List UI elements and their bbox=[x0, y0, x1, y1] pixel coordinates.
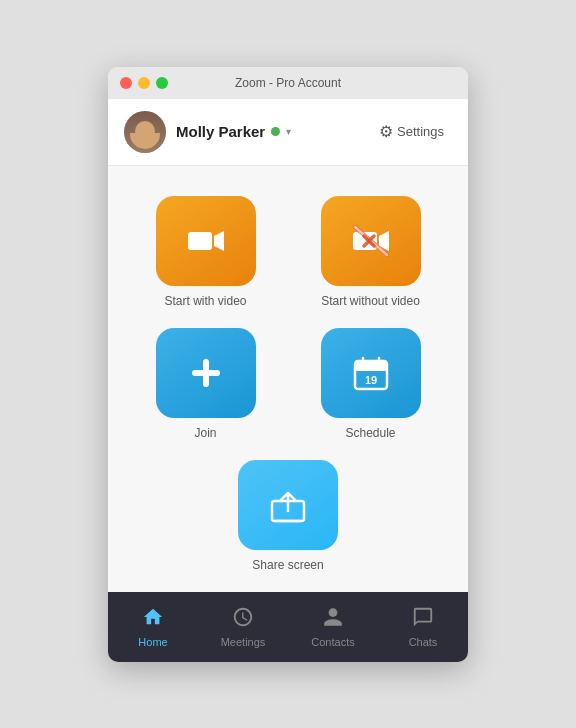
start-no-video-button[interactable] bbox=[321, 196, 421, 286]
avatar bbox=[124, 111, 166, 153]
user-name-row: Molly Parker ▾ bbox=[176, 123, 291, 140]
chat-icon bbox=[412, 606, 434, 632]
settings-label: Settings bbox=[397, 124, 444, 139]
tab-bar: Home Meetings Contacts bbox=[108, 592, 468, 662]
clock-icon bbox=[232, 606, 254, 632]
tab-contacts-label: Contacts bbox=[311, 636, 354, 648]
window-title: Zoom - Pro Account bbox=[235, 76, 341, 90]
header: Molly Parker ▾ ⚙ Settings bbox=[108, 99, 468, 166]
tab-meetings[interactable]: Meetings bbox=[198, 592, 288, 662]
svg-rect-0 bbox=[188, 232, 212, 250]
start-no-video-label: Start without video bbox=[321, 294, 420, 308]
join-label: Join bbox=[194, 426, 216, 440]
video-camera-off-icon bbox=[349, 219, 393, 263]
svg-rect-11 bbox=[355, 361, 387, 371]
user-info: Molly Parker ▾ bbox=[124, 111, 291, 153]
window-controls bbox=[120, 77, 168, 89]
share-screen-row: Share screen bbox=[138, 460, 438, 572]
tab-meetings-label: Meetings bbox=[221, 636, 266, 648]
gear-icon: ⚙ bbox=[379, 122, 393, 141]
close-button[interactable] bbox=[120, 77, 132, 89]
share-screen-icon bbox=[266, 483, 310, 527]
tab-home[interactable]: Home bbox=[108, 592, 198, 662]
home-icon bbox=[142, 606, 164, 632]
title-bar: Zoom - Pro Account bbox=[108, 67, 468, 99]
calendar-icon: 19 bbox=[349, 351, 393, 395]
join-item: Join bbox=[138, 328, 273, 440]
tab-home-label: Home bbox=[138, 636, 167, 648]
plus-icon bbox=[184, 351, 228, 395]
action-grid: Start with video Start without video bbox=[138, 196, 438, 440]
schedule-item: 19 Schedule bbox=[303, 328, 438, 440]
share-screen-label: Share screen bbox=[252, 558, 323, 572]
video-camera-icon bbox=[184, 219, 228, 263]
minimize-button[interactable] bbox=[138, 77, 150, 89]
tab-chats-label: Chats bbox=[409, 636, 438, 648]
person-icon bbox=[322, 606, 344, 632]
share-screen-item: Share screen bbox=[238, 460, 338, 572]
svg-rect-9 bbox=[192, 370, 220, 376]
share-screen-button[interactable] bbox=[238, 460, 338, 550]
dropdown-arrow-icon[interactable]: ▾ bbox=[286, 126, 291, 137]
user-name: Molly Parker bbox=[176, 123, 265, 140]
app-window: Zoom - Pro Account Molly Parker ▾ ⚙ Sett… bbox=[108, 67, 468, 662]
svg-marker-1 bbox=[214, 231, 224, 251]
start-no-video-item: Start without video bbox=[303, 196, 438, 308]
join-button[interactable] bbox=[156, 328, 256, 418]
maximize-button[interactable] bbox=[156, 77, 168, 89]
start-video-button[interactable] bbox=[156, 196, 256, 286]
status-indicator bbox=[271, 127, 280, 136]
main-content: Start with video Start without video bbox=[108, 166, 468, 592]
settings-button[interactable]: ⚙ Settings bbox=[371, 118, 452, 145]
tab-chats[interactable]: Chats bbox=[378, 592, 468, 662]
svg-text:19: 19 bbox=[364, 374, 376, 386]
schedule-button[interactable]: 19 bbox=[321, 328, 421, 418]
schedule-label: Schedule bbox=[345, 426, 395, 440]
start-video-label: Start with video bbox=[164, 294, 246, 308]
start-video-item: Start with video bbox=[138, 196, 273, 308]
tab-contacts[interactable]: Contacts bbox=[288, 592, 378, 662]
